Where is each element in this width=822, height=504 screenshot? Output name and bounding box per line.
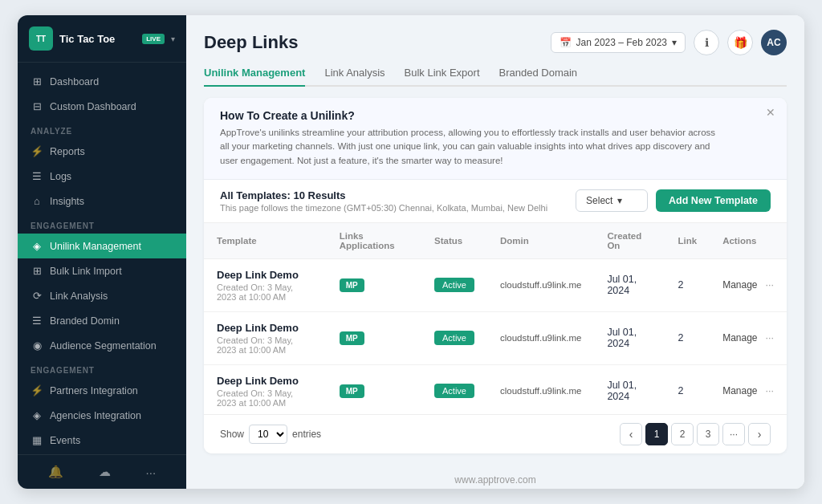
sidebar-item-unilink-management[interactable]: ◈ Unilink Management bbox=[18, 234, 186, 258]
next-page-button[interactable]: › bbox=[748, 423, 771, 445]
sidebar-header[interactable]: TT Tic Tac Toe LIVE ▾ bbox=[18, 15, 186, 63]
more-actions-icon[interactable]: ··· bbox=[766, 279, 774, 291]
table-row: Deep Link Demo Created On: 3 May, 2023 a… bbox=[204, 311, 787, 364]
more-actions-icon[interactable]: ··· bbox=[766, 332, 774, 343]
sidebar-item-branded-domain[interactable]: ☰ Branded Domin bbox=[18, 308, 186, 333]
section-engagement-2: ENGAGEMENT bbox=[18, 358, 186, 378]
tab-bulk-link-export[interactable]: Bulk Link Export bbox=[405, 67, 480, 87]
created-on-cell: Jul 01, 2024 bbox=[594, 258, 665, 311]
sidebar-item-label: Partners Integration bbox=[50, 385, 138, 396]
live-badge: LIVE bbox=[142, 34, 165, 44]
sidebar-item-label: Unilink Management bbox=[50, 241, 141, 252]
tab-unilink-management[interactable]: Unilink Management bbox=[204, 67, 305, 87]
tab-link-analysis[interactable]: Link Analysis bbox=[324, 67, 385, 87]
template-cell: Deep Link Demo Created On: 3 May, 2023 a… bbox=[204, 364, 327, 414]
pagination-bar: Show 10 25 50 entries ‹ 1 2 3 ··· bbox=[204, 414, 787, 453]
sidebar-item-audience-segmentation[interactable]: ◉ Audience Segmentation bbox=[18, 333, 186, 358]
info-banner-title: How To Create a Unilink? bbox=[220, 109, 771, 122]
status-cell: Active bbox=[421, 364, 487, 414]
agencies-icon: ◈ bbox=[31, 409, 43, 421]
manage-button[interactable]: Manage bbox=[722, 279, 757, 291]
unilink-icon: ◈ bbox=[31, 240, 43, 252]
col-status: Status bbox=[421, 223, 487, 259]
show-entries: Show 10 25 50 entries bbox=[220, 425, 321, 444]
bell-icon[interactable]: 🔔 bbox=[48, 465, 63, 479]
template-name: Deep Link Demo bbox=[217, 269, 314, 281]
prev-page-button[interactable]: ‹ bbox=[620, 423, 642, 445]
logs-icon: ☰ bbox=[31, 170, 43, 182]
domain-cell: cloudstuff.u9link.me bbox=[487, 258, 594, 311]
cloud-icon[interactable]: ☁ bbox=[99, 465, 111, 479]
manage-button[interactable]: Manage bbox=[722, 332, 757, 343]
tab-branded-domain[interactable]: Branded Domain bbox=[499, 67, 578, 87]
tabs: Unilink Management Link Analysis Bulk Li… bbox=[204, 67, 787, 87]
sidebar-item-label: Dashboard bbox=[50, 76, 99, 87]
page-1-button[interactable]: 1 bbox=[645, 423, 668, 445]
app-badge-cell: MP bbox=[327, 311, 421, 364]
gift-button[interactable]: 🎁 bbox=[727, 30, 753, 55]
created-on-cell: Jul 01, 2024 bbox=[594, 364, 665, 414]
sidebar-item-label: Link Analysis bbox=[50, 291, 108, 302]
sidebar-item-insights[interactable]: ⌂ Insights bbox=[18, 189, 186, 213]
sidebar-item-label: Insights bbox=[50, 196, 84, 207]
custom-dashboard-icon: ⊟ bbox=[31, 100, 43, 112]
entries-select[interactable]: 10 25 50 bbox=[249, 425, 287, 444]
actions-cell: Manage ··· bbox=[710, 258, 787, 311]
actions-cell: Manage ··· bbox=[710, 311, 787, 364]
sidebar-item-custom-dashboard[interactable]: ⊟ Custom Dashboard bbox=[18, 94, 186, 119]
more-actions-icon[interactable]: ··· bbox=[766, 385, 774, 396]
more-options-icon[interactable]: ··· bbox=[146, 465, 157, 479]
sidebar-item-dashboard[interactable]: ⊞ Dashboard bbox=[18, 69, 186, 94]
status-cell: Active bbox=[421, 311, 487, 364]
calendar-icon: 📅 bbox=[560, 37, 572, 48]
add-template-button[interactable]: Add New Template bbox=[656, 189, 771, 212]
sidebar-item-partners-integration[interactable]: ⚡ Partners Integration bbox=[18, 378, 186, 403]
user-avatar[interactable]: AC bbox=[761, 30, 787, 55]
domain-cell: cloudstuff.u9link.me bbox=[487, 364, 594, 414]
sidebar-item-link-analysis[interactable]: ⟳ Link Analysis bbox=[18, 283, 186, 308]
info-banner-body: AppTrove's unilinks streamline your attr… bbox=[220, 126, 715, 168]
template-cell: Deep Link Demo Created On: 3 May, 2023 a… bbox=[204, 311, 327, 364]
app-badge-cell: MP bbox=[327, 258, 421, 311]
page-ellipsis[interactable]: ··· bbox=[722, 423, 745, 445]
sidebar-item-agencies-integration[interactable]: ◈ Agencies Integration bbox=[18, 403, 186, 428]
sidebar-item-events[interactable]: ▦ Events bbox=[18, 428, 186, 453]
status-cell: Active bbox=[421, 258, 487, 311]
manage-button[interactable]: Manage bbox=[722, 385, 757, 396]
timezone-note: This page follows the timezone (GMT+05:3… bbox=[220, 203, 547, 213]
section-engagement-1: ENGAGEMENT bbox=[18, 213, 186, 234]
close-banner-button[interactable]: ✕ bbox=[766, 106, 775, 119]
created-on-cell: Jul 01, 2024 bbox=[594, 311, 665, 364]
app-badge-cell: MP bbox=[327, 364, 421, 414]
sidebar-item-logs[interactable]: ☰ Logs bbox=[18, 164, 186, 189]
app-logo: TT bbox=[29, 26, 53, 51]
page-2-button[interactable]: 2 bbox=[671, 423, 694, 445]
header-actions: 📅 Jan 2023 – Feb 2023 ▾ ℹ 🎁 AC bbox=[551, 30, 787, 55]
sidebar-item-label: Reports bbox=[50, 146, 85, 157]
info-button[interactable]: ℹ bbox=[694, 30, 719, 55]
date-range-text: Jan 2023 – Feb 2023 bbox=[576, 37, 667, 48]
website-url: www.apptrove.com bbox=[454, 474, 535, 486]
domain-cell: cloudstuff.u9link.me bbox=[487, 311, 594, 364]
results-count: All Templates: 10 Results bbox=[220, 189, 547, 201]
page-3-button[interactable]: 3 bbox=[697, 423, 719, 445]
dashboard-icon: ⊞ bbox=[31, 75, 43, 87]
date-range-picker[interactable]: 📅 Jan 2023 – Feb 2023 ▾ bbox=[551, 32, 686, 53]
sidebar-item-bulk-link-import[interactable]: ⊞ Bulk Link Import bbox=[18, 258, 186, 283]
link-count-cell: 2 bbox=[665, 258, 710, 311]
entries-label: entries bbox=[292, 429, 321, 440]
bulk-import-icon: ⊞ bbox=[31, 265, 43, 277]
status-badge: Active bbox=[434, 331, 474, 345]
template-cell: Deep Link Demo Created On: 3 May, 2023 a… bbox=[204, 258, 327, 311]
content-card: How To Create a Unilink? AppTrove's unil… bbox=[204, 98, 787, 453]
page-header: Deep Links 📅 Jan 2023 – Feb 2023 ▾ ℹ 🎁 A… bbox=[204, 30, 787, 55]
mp-badge: MP bbox=[340, 384, 364, 398]
sidebar-item-reports[interactable]: ⚡ Reports bbox=[18, 139, 186, 164]
actions-cell: Manage ··· bbox=[710, 364, 787, 414]
template-date: Created On: 3 May, 2023 at 10:00 AM bbox=[217, 388, 314, 408]
link-analysis-icon: ⟳ bbox=[31, 290, 43, 302]
sidebar-item-label: Branded Domin bbox=[50, 315, 120, 327]
select-dropdown[interactable]: Select ▾ bbox=[576, 189, 648, 212]
info-icon: ℹ bbox=[705, 36, 709, 49]
templates-table: Template Links Applications Status Domin… bbox=[204, 223, 787, 414]
